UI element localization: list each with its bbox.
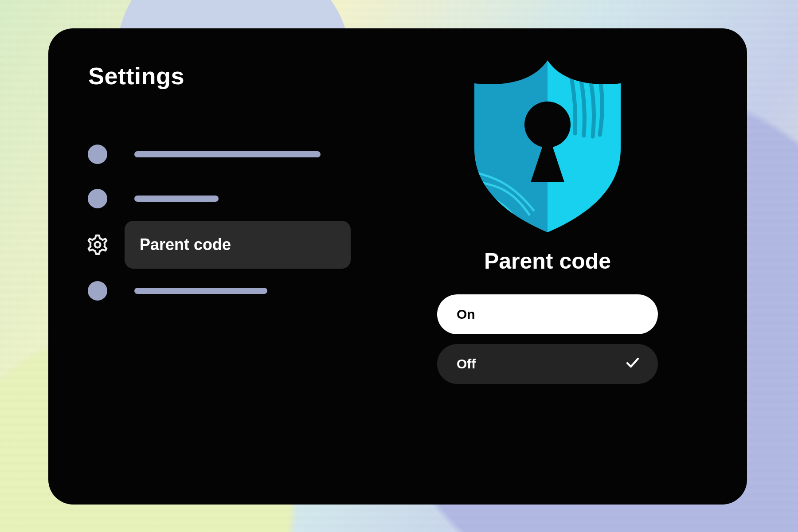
svg-rect-2 <box>548 56 632 233</box>
detail-panel: Parent code On Off <box>423 56 672 384</box>
nav-item-label-placeholder <box>134 151 321 157</box>
nav-item-placeholder-3[interactable] <box>84 269 394 313</box>
option-label: Off <box>457 356 476 372</box>
nav-item-label-placeholder <box>134 196 219 202</box>
panel-title: Parent code <box>484 248 611 274</box>
gear-icon <box>86 234 109 256</box>
settings-nav: Parent code <box>84 132 394 313</box>
nav-item-label: Parent code <box>140 235 231 254</box>
nav-item-icon <box>86 143 109 165</box>
nav-item-placeholder-1[interactable] <box>84 132 394 176</box>
option-label: On <box>457 307 475 322</box>
nav-item-label-placeholder <box>134 288 267 294</box>
nav-item-parent-code[interactable]: Parent code <box>84 221 394 269</box>
nav-item-icon <box>86 280 109 302</box>
shield-lock-icon <box>463 56 632 233</box>
nav-item-placeholder-2[interactable] <box>84 176 394 221</box>
nav-item-selected-pill: Parent code <box>125 221 351 269</box>
option-on[interactable]: On <box>437 294 658 334</box>
svg-point-0 <box>95 242 101 248</box>
parent-code-options: On Off <box>437 294 658 384</box>
check-icon <box>625 355 640 373</box>
nav-item-icon <box>86 188 109 210</box>
settings-card: Settings Parent code <box>48 28 747 505</box>
option-off[interactable]: Off <box>437 344 658 384</box>
